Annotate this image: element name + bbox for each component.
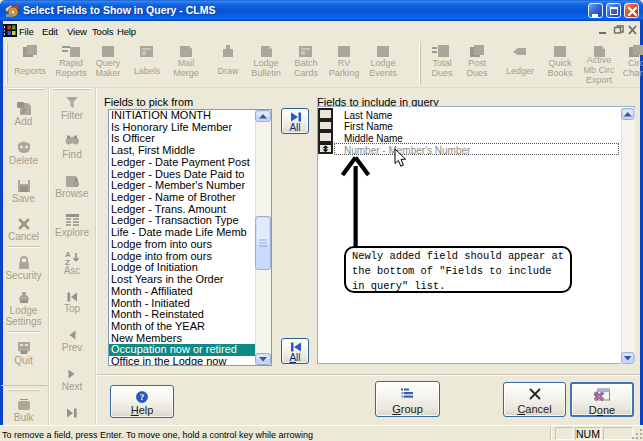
svg-text:?: ? [140, 392, 145, 402]
